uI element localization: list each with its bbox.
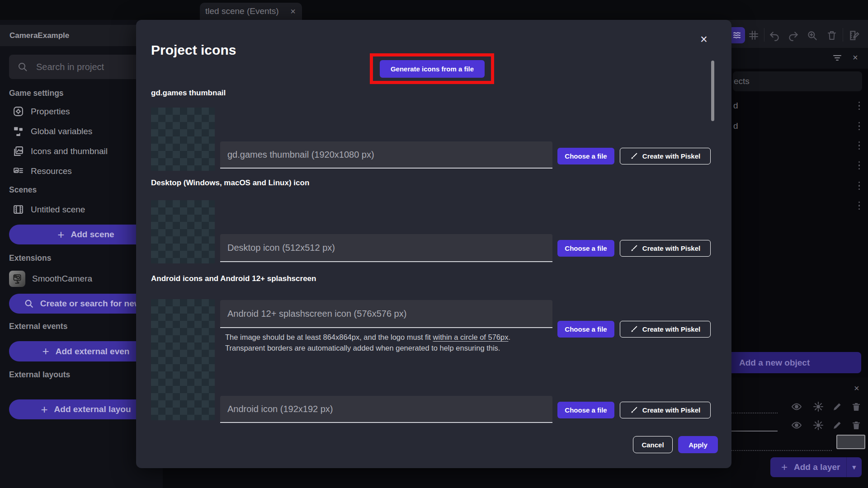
choose-file-button[interactable]: Choose a file [557,240,614,257]
row-menu-icon[interactable] [859,161,860,170]
sidebar-item-global-variables[interactable]: Global variables [13,126,92,137]
edit-sheet-icon[interactable] [848,29,860,41]
create-with-piskel-button[interactable]: Create with Piskel [620,402,711,418]
object-row[interactable]: d [731,116,868,136]
object-row[interactable]: d [731,96,868,116]
dialog-scrollbar-thumb[interactable] [711,61,714,121]
zoom-in-icon[interactable] [807,30,818,42]
panel-close-icon[interactable]: × [853,52,858,63]
sidebar-item-label: Global variables [31,127,92,136]
brush-icon [630,325,638,333]
eye-icon[interactable] [791,420,802,431]
layers-waves-icon [731,30,742,41]
search-extensions-label: Create or search for new e [40,299,148,309]
android-icon-input[interactable]: Android icon (192x192 px) [220,396,552,423]
cancel-button[interactable]: Cancel [633,436,673,453]
object-row[interactable] [731,155,868,175]
eye-icon[interactable] [791,401,802,412]
piskel-label: Create with Piskel [642,244,700,252]
tab-close-icon[interactable]: × [290,6,296,17]
sidebar-item-label: Untitled scene [31,205,85,215]
trash-row-icon[interactable] [851,401,862,412]
helper-text-line2: Transparent borders are automatically ad… [225,344,500,352]
resources-icon [13,165,24,177]
right-panel-header [731,48,868,69]
objects-search-input[interactable]: ects [733,71,862,91]
undo-icon[interactable] [769,30,780,42]
sidebar-item-icons-thumbnail[interactable]: Icons and thumbnail [13,145,108,157]
trash-row-icon[interactable] [851,420,862,431]
sidebar-item-properties[interactable]: Properties [13,106,70,117]
object-row[interactable] [731,196,868,216]
section-external-layouts: External layouts [9,370,70,380]
smoothcamera-icon [9,271,25,287]
dialog-close-icon[interactable]: × [700,33,708,47]
section-game-settings: Game settings [9,89,64,98]
pencil-icon[interactable] [832,401,843,412]
chevron-down-icon[interactable]: ▾ [852,463,856,471]
add-external-event-label: Add external even [56,347,130,357]
add-layer-button[interactable]: + Add a layer ▾ [770,457,862,477]
section-extensions: Extensions [9,253,51,263]
trash-icon[interactable] [826,30,837,41]
object-row[interactable] [731,136,868,155]
object-row-label: d [733,101,738,111]
helper-link[interactable]: within a circle of 576px [433,333,509,341]
dialog-title: Project icons [151,42,236,58]
panel-scrollbar-thumb[interactable] [836,435,865,449]
toolbar-divider [764,28,764,42]
sidebar-item-label: Resources [31,166,72,176]
choose-file-button[interactable]: Choose a file [557,148,614,164]
android-icon-preview [151,357,215,420]
row-menu-icon[interactable] [859,122,860,131]
add-layer-label: Add a layer [794,462,840,472]
effect-icon[interactable] [813,401,824,412]
section-label-android: Android icons and Android 12+ splashscre… [151,274,316,283]
add-external-layout-label: Add external layou [54,404,131,414]
filter-icon[interactable] [833,54,842,62]
pencil-icon[interactable] [832,420,843,431]
row-menu-icon[interactable] [859,182,860,190]
generate-icons-button[interactable]: Generate icons from a file [380,60,485,78]
android-splashscreen-input[interactable]: Android 12+ splashscreen icon (576x576 p… [220,300,552,328]
sidebar-item-resources[interactable]: Resources [13,165,72,177]
sidebar-item-label: Icons and thumbnail [31,146,108,156]
thumbnail-preview-gdgames [151,108,215,171]
section-label-gdgames: gd.games thumbnail [151,89,226,98]
search-placeholder: Search in project [36,62,104,72]
row-menu-icon[interactable] [859,202,860,210]
android-splash-helper-text: The image should be at least 864x864px, … [225,332,510,353]
gdgames-thumbnail-input[interactable]: gd.games thumbnail (868x488 px) [220,141,552,169]
project-icons-dialog: Project icons × Generate icons from a fi… [136,20,731,468]
effect-icon[interactable] [813,420,824,431]
row-menu-icon[interactable] [859,102,860,110]
create-with-piskel-button[interactable]: Create with Piskel [620,240,711,257]
choose-file-button[interactable]: Choose a file [557,321,614,338]
helper-text: The image should be at least 864x864px, … [225,333,433,341]
film-icon [13,204,24,215]
layers-close-icon[interactable]: × [854,383,859,394]
plus-icon: + [41,403,47,417]
android-splash-preview [151,299,215,362]
sidebar-item-smoothcamera[interactable]: SmoothCamera [9,271,92,287]
button-divider [846,457,847,477]
variables-tree-icon [13,126,24,137]
desktop-icon-input[interactable]: Desktop icon (512x512 px) [220,234,552,262]
row-menu-icon[interactable] [859,141,860,150]
row-separator [731,431,778,432]
piskel-label: Create with Piskel [642,325,700,333]
object-row[interactable] [731,176,868,196]
choose-file-button[interactable]: Choose a file [557,402,614,418]
create-with-piskel-button[interactable]: Create with Piskel [620,321,711,338]
apply-button[interactable]: Apply [678,436,718,453]
tab-scene-events[interactable]: tled scene (Events) × [200,3,302,20]
grid-icon[interactable] [748,30,759,41]
gear-icon [13,106,24,117]
create-with-piskel-button[interactable]: Create with Piskel [620,148,711,164]
brush-icon [630,244,638,252]
field-text: gd.games thumbnail (868x488 px) [227,150,374,160]
tab-label: tled scene (Events) [205,6,286,16]
sidebar-item-untitled-scene[interactable]: Untitled scene [13,204,85,215]
project-name: CameraExample [9,31,69,40]
redo-icon[interactable] [788,30,799,42]
